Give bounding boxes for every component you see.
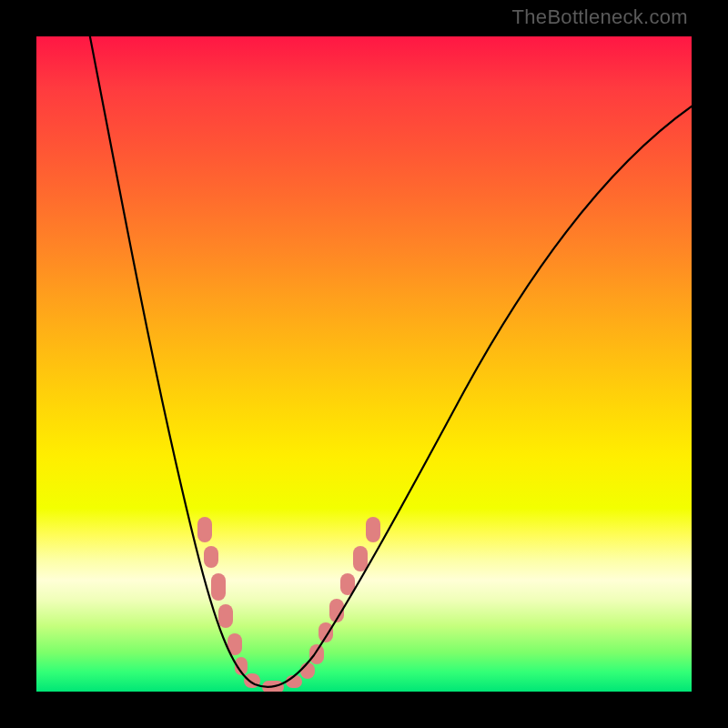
curve-marker bbox=[218, 604, 233, 628]
curve-marker bbox=[211, 573, 226, 601]
bottleneck-curve bbox=[86, 36, 692, 687]
curve-marker bbox=[309, 644, 324, 664]
curve-marker bbox=[204, 546, 218, 568]
plot-area bbox=[36, 36, 692, 692]
curve-marker bbox=[300, 662, 315, 679]
curve-marker bbox=[366, 517, 380, 542]
curve-marker bbox=[318, 622, 333, 642]
outer-frame: TheBottleneck.com bbox=[0, 0, 728, 728]
curve-marker bbox=[353, 546, 368, 571]
chart-svg bbox=[36, 36, 692, 692]
watermark-text: TheBottleneck.com bbox=[512, 5, 688, 29]
marker-group bbox=[197, 517, 380, 692]
curve-marker bbox=[197, 517, 212, 542]
